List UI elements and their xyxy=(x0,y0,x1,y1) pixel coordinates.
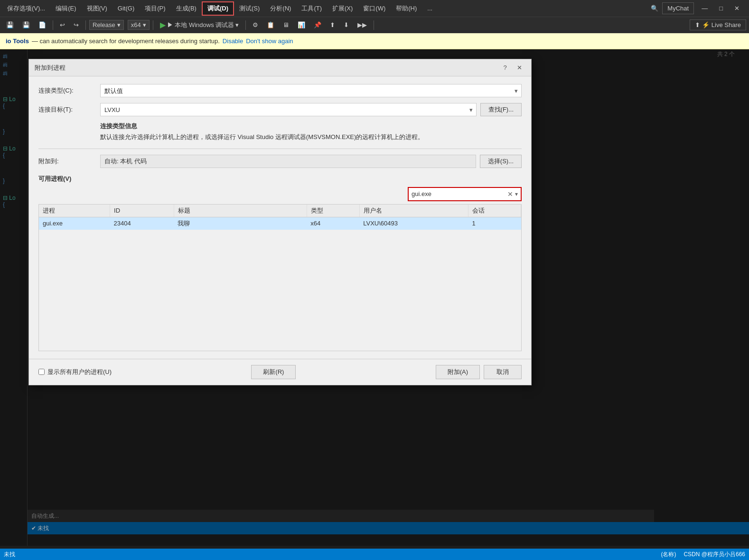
menu-item-project[interactable]: 项目(P) xyxy=(140,2,170,15)
platform-dropdown[interactable]: x64 ▾ xyxy=(128,20,150,30)
connection-type-row: 连接类型(C): 默认值 SSH Docker xyxy=(38,84,522,97)
dialog-bottom: 显示所有用户的进程(U) 刷新(R) 附加(A) 取消 xyxy=(29,359,531,385)
menu-item-extensions[interactable]: 扩展(X) xyxy=(327,2,358,15)
toolbar-icon-b[interactable]: 📋 xyxy=(263,19,278,30)
search-dropdown-button[interactable]: ▾ xyxy=(515,191,518,197)
toolbar: 💾 💾 📄 ↩ ↪ Release ▾ x64 ▾ ▶ ▶ 本地 Windows… xyxy=(0,17,749,33)
menu-bar: 保存选项(V)... 编辑(E) 视图(V) Git(G) 项目(P) 生成(B… xyxy=(0,0,749,17)
cancel-button[interactable]: 取消 xyxy=(484,365,522,379)
save-all-button[interactable]: 💾 xyxy=(19,19,33,30)
select-button[interactable]: 选择(S)... xyxy=(480,155,522,168)
notification-message: — can automatically search for developme… xyxy=(32,37,220,45)
attach-to-row: 附加到: 自动: 本机 代码 选择(S)... xyxy=(38,155,522,168)
connection-type-select-wrapper: 默认值 SSH Docker xyxy=(100,84,522,97)
toolbar-icon3[interactable]: 📄 xyxy=(35,19,49,30)
cell-type: x64 xyxy=(307,217,359,230)
toolbar-separator-1 xyxy=(53,20,53,30)
menu-item-git[interactable]: Git(G) xyxy=(112,2,140,14)
toolbar-icon-d[interactable]: 📊 xyxy=(294,19,309,30)
menu-item-build[interactable]: 生成(B) xyxy=(171,2,202,15)
menu-item-more[interactable]: ... xyxy=(422,2,438,14)
platform-arrow: ▾ xyxy=(143,21,146,28)
status-csdn: CSDN @程序员小吕666 xyxy=(683,551,745,559)
refresh-button[interactable]: 刷新(R) xyxy=(251,365,296,379)
menu-item-test[interactable]: 测试(S) xyxy=(234,2,265,15)
available-processes-label: 可用进程(V) xyxy=(38,175,522,183)
connection-type-label: 连接类型(C): xyxy=(38,86,100,95)
cell-id: 23404 xyxy=(110,217,174,230)
window-close-icon[interactable]: ✕ xyxy=(730,3,743,14)
disable-link[interactable]: Disable xyxy=(223,37,243,45)
menu-item-view[interactable]: 视图(V) xyxy=(82,2,112,15)
dialog-title: 附加到进程 xyxy=(35,64,66,72)
menu-item-tools[interactable]: 工具(T) xyxy=(296,2,327,15)
run-button[interactable]: ▶ ▶ 本地 Windows 调试器 ▾ xyxy=(157,19,243,31)
table-row[interactable]: gui.exe 23404 我聊 x64 LVXU\60493 1 xyxy=(39,217,521,230)
col-type: 类型 xyxy=(307,205,359,217)
search-icon[interactable]: 🔍 xyxy=(651,5,658,12)
process-table-container[interactable]: 进程 ID 标题 类型 用户名 会话 gui.exe 23404 我聊 xyxy=(38,204,522,351)
process-search-input[interactable] xyxy=(412,190,506,197)
search-box-wrapper: ✕ ▾ xyxy=(38,187,522,201)
menu-item-file[interactable]: 保存选项(V)... xyxy=(2,2,50,15)
toolbar-separator-3 xyxy=(153,20,153,30)
toolbar-icon-c[interactable]: 🖥 xyxy=(280,19,292,30)
search-box: ✕ ▾ xyxy=(408,187,522,201)
attach-to-value: 自动: 本机 代码 xyxy=(100,155,476,168)
attach-button[interactable]: 附加(A) xyxy=(436,365,480,379)
dialog-close-button[interactable]: ✕ xyxy=(513,63,525,73)
platform-label: x64 xyxy=(131,21,141,28)
show-all-users-checkbox[interactable] xyxy=(38,369,45,375)
ide-body: #i #i #i ⊟ Lo { } ⊟ Lo { } ⊟ Lo { ✔ 未找 自… xyxy=(0,49,749,546)
mychat-button[interactable]: MyChat xyxy=(662,2,694,14)
menu-item-window[interactable]: 窗口(W) xyxy=(358,2,391,15)
col-user: 用户名 xyxy=(359,205,468,217)
redo-button[interactable]: ↪ xyxy=(70,19,82,30)
connection-type-select[interactable]: 默认值 SSH Docker xyxy=(100,84,522,97)
notification-bar: io Tools — can automatically search for … xyxy=(0,33,749,49)
live-share-icon: ⬆ xyxy=(695,21,700,28)
dialog-content: 连接类型(C): 默认值 SSH Docker 连接目标(T): LVXU xyxy=(29,76,531,359)
dont-show-again-link[interactable]: Don't show again xyxy=(246,37,293,45)
cell-session: 1 xyxy=(468,217,521,230)
toolbar-icon-h[interactable]: ▶▶ xyxy=(354,19,370,30)
menu-item-help[interactable]: 帮助(H) xyxy=(391,2,422,15)
window-minimize-icon[interactable]: — xyxy=(698,3,712,14)
process-table-header: 进程 ID 标题 类型 用户名 会话 xyxy=(39,205,521,217)
live-share-button[interactable]: ⬆ ⚡ Live Share xyxy=(690,19,746,30)
cell-process: gui.exe xyxy=(39,217,110,230)
run-label: ▶ 本地 Windows 调试器 xyxy=(167,21,234,29)
configuration-dropdown[interactable]: Release ▾ xyxy=(89,20,124,30)
col-title: 标题 xyxy=(174,205,307,217)
attach-to-label: 附加到: xyxy=(38,157,100,166)
connection-target-select[interactable]: LVXU xyxy=(100,103,477,116)
connection-target-select-wrapper: LVXU xyxy=(100,103,477,116)
menu-item-edit[interactable]: 编辑(E) xyxy=(50,2,81,15)
toolbar-icon-a[interactable]: ⚙ xyxy=(249,19,262,30)
toolbar-separator-2 xyxy=(85,20,86,30)
attach-to-process-dialog: 附加到进程 ? ✕ 连接类型(C): 默认值 SSH Docker xyxy=(28,59,532,385)
connection-target-row: 连接目标(T): LVXU 查找(F)... xyxy=(38,103,522,116)
status-bar: 未找 (名称) CSDN @程序员小吕666 xyxy=(0,549,749,560)
dialog-help-button[interactable]: ? xyxy=(499,63,511,73)
cell-title: 我聊 xyxy=(174,217,307,230)
menu-item-debug[interactable]: 调试(D) xyxy=(202,1,234,16)
live-share-label: ⚡ Live Share xyxy=(702,21,741,28)
col-session: 会话 xyxy=(468,205,521,217)
info-text: 默认连接允许选择此计算机上的进程，或选择运行 Visual Studio 远程调… xyxy=(100,132,522,142)
toolbar-icon-g[interactable]: ⬇ xyxy=(340,19,352,30)
menu-item-analyze[interactable]: 分析(N) xyxy=(265,2,296,15)
connection-target-label: 连接目标(T): xyxy=(38,105,100,114)
search-clear-button[interactable]: ✕ xyxy=(506,190,515,198)
menu-right: 🔍 MyChat — □ ✕ xyxy=(651,2,747,14)
save-button[interactable]: 💾 xyxy=(3,19,17,30)
find-button[interactable]: 查找(F)... xyxy=(480,103,522,116)
undo-button[interactable]: ↩ xyxy=(56,19,68,30)
toolbar-icon-f[interactable]: ⬆ xyxy=(327,19,338,30)
status-name-label: (名称) xyxy=(661,551,676,559)
show-all-users-checkbox-row[interactable]: 显示所有用户的进程(U) xyxy=(38,368,112,376)
process-table: 进程 ID 标题 类型 用户名 会话 gui.exe 23404 我聊 xyxy=(39,205,521,230)
toolbar-icon-e[interactable]: 📌 xyxy=(310,19,325,30)
window-maximize-icon[interactable]: □ xyxy=(715,3,727,14)
info-title: 连接类型信息 xyxy=(100,122,522,131)
